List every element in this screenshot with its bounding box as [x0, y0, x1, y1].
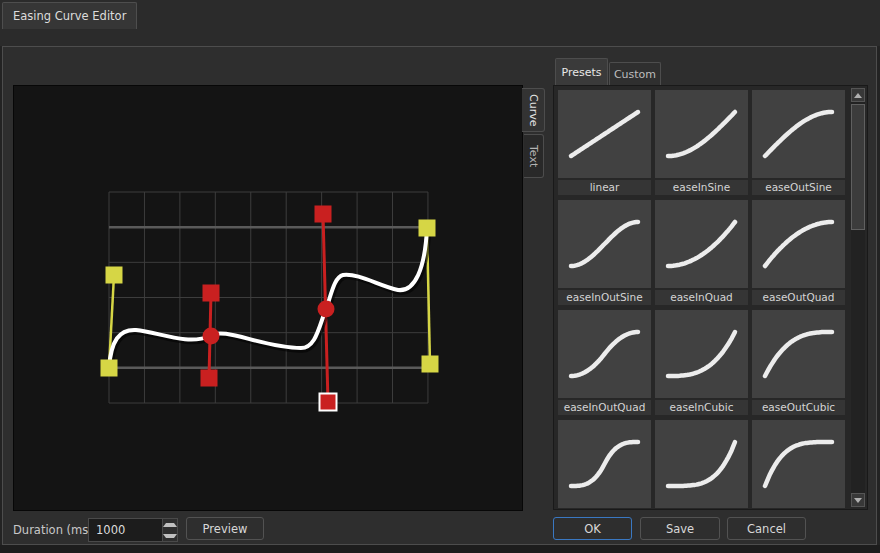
preview-button[interactable]: Preview	[186, 517, 264, 540]
preset-item[interactable]	[752, 420, 845, 510]
scrollbar-thumb[interactable]	[851, 104, 865, 230]
preset-label: easeInOutQuad	[558, 400, 651, 415]
window-bottom-edge	[0, 545, 880, 553]
easeOutQuad-curve-thumbnail	[752, 200, 845, 288]
easeOutQuart-curve-thumbnail	[752, 420, 845, 508]
duration-value[interactable]: 1000	[89, 519, 162, 541]
preset-item[interactable]: easeInOutQuad	[558, 310, 651, 415]
tab-presets[interactable]: Presets	[555, 58, 608, 85]
easeInCubic-curve-thumbnail	[655, 310, 748, 398]
tab-text[interactable]: Text	[524, 134, 544, 178]
preset-item[interactable]: easeOutQuad	[752, 200, 845, 305]
easeInQuart-curve-thumbnail	[655, 420, 748, 508]
scrollbar[interactable]	[851, 88, 865, 507]
preset-item[interactable]: easeOutSine	[752, 90, 845, 195]
save-button[interactable]: Save	[640, 517, 720, 540]
easeOutCubic-curve-thumbnail	[752, 310, 845, 398]
ok-button[interactable]: OK	[553, 517, 632, 540]
arrow-down-icon	[163, 534, 177, 538]
duration-label: Duration (ms)	[13, 523, 93, 537]
easeInOutCubic-curve-thumbnail	[558, 420, 651, 508]
window-tab-bar: Easing Curve Editor	[0, 0, 880, 46]
tab-curve-label: Curve	[527, 94, 540, 126]
curve-canvas[interactable]	[13, 85, 523, 511]
preset-list: lineareaseInSineeaseOutSineeaseInOutSine…	[553, 85, 868, 510]
preset-item[interactable]: easeOutCubic	[752, 310, 845, 415]
duration-stepper	[162, 519, 177, 541]
easeInOutQuad-curve-thumbnail	[558, 310, 651, 398]
scroll-up-button[interactable]	[851, 88, 865, 102]
preset-label: easeInQuad	[655, 290, 748, 305]
tab-custom[interactable]: Custom	[609, 62, 661, 85]
tab-presets-label: Presets	[561, 66, 601, 79]
tab-text-label: Text	[527, 145, 540, 167]
stepper-down-button[interactable]	[163, 530, 177, 541]
preset-label: linear	[558, 180, 651, 195]
preset-label: easeOutSine	[752, 180, 845, 195]
preset-label: easeInCubic	[655, 400, 748, 415]
preset-item[interactable]: linear	[558, 90, 651, 195]
preset-item[interactable]: easeInOutSine	[558, 200, 651, 305]
easeInOutSine-curve-thumbnail	[558, 200, 651, 288]
preset-item[interactable]: easeInQuad	[655, 200, 748, 305]
tab-easing-curve-editor[interactable]: Easing Curve Editor	[2, 2, 137, 29]
preset-item[interactable]: easeInSine	[655, 90, 748, 195]
linear-curve-thumbnail	[558, 90, 651, 178]
arrow-up-icon	[163, 523, 177, 527]
preset-label: easeOutQuad	[752, 290, 845, 305]
scroll-down-button[interactable]	[851, 493, 865, 507]
easeInSine-curve-thumbnail	[655, 90, 748, 178]
cancel-button[interactable]: Cancel	[727, 517, 806, 540]
tab-title: Easing Curve Editor	[13, 9, 126, 23]
arrow-down-icon	[854, 498, 862, 503]
duration-spinbox[interactable]: 1000	[88, 518, 178, 542]
preset-item[interactable]: easeInCubic	[655, 310, 748, 415]
stepper-up-button[interactable]	[163, 519, 177, 530]
preset-item[interactable]	[558, 420, 651, 510]
preset-label: easeInOutSine	[558, 290, 651, 305]
preset-label: easeOutCubic	[752, 400, 845, 415]
tab-curve[interactable]: Curve	[522, 88, 545, 132]
easeInQuad-curve-thumbnail	[655, 200, 748, 288]
preset-label: easeInSine	[655, 180, 748, 195]
arrow-up-icon	[854, 93, 862, 98]
tab-custom-label: Custom	[614, 68, 656, 81]
preset-item[interactable]	[655, 420, 748, 510]
easeOutSine-curve-thumbnail	[752, 90, 845, 178]
